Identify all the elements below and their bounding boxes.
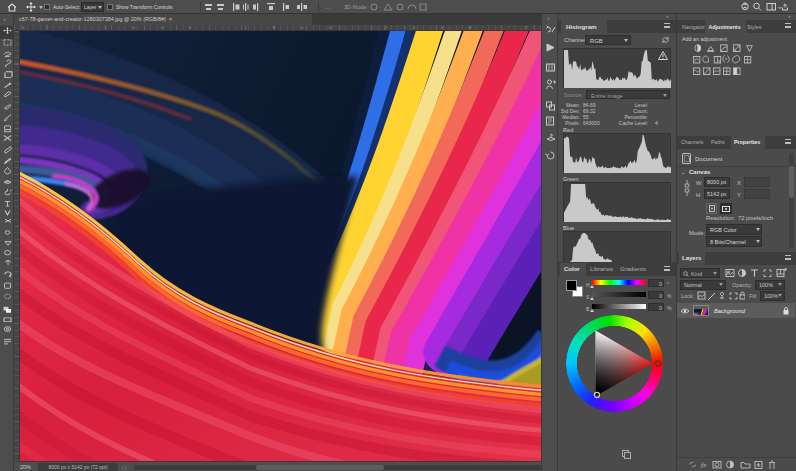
- svg-text:fx: fx: [701, 461, 707, 469]
